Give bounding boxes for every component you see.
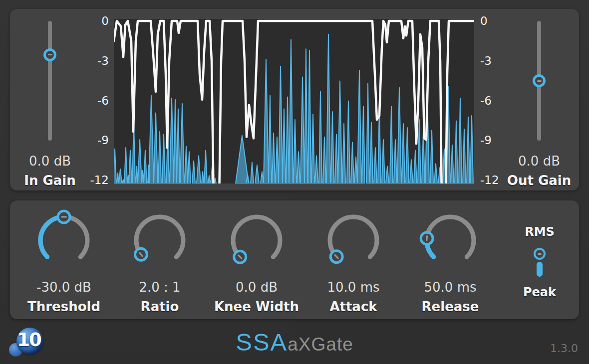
detector-toggle-track[interactable]	[537, 262, 543, 277]
release-value: 50.0 ms	[403, 280, 498, 295]
out-gain-value: 0.0 dB	[504, 154, 574, 169]
threshold-value: -30.0 dB	[16, 280, 111, 295]
out-gain-slider-handle[interactable]	[533, 74, 546, 87]
scale-tick-left-0: 0	[75, 13, 109, 28]
scale-tick-right-9: -9	[480, 133, 520, 148]
release-knob[interactable]	[418, 207, 483, 272]
scale-tick-left-3: -3	[75, 53, 109, 68]
attack-label: Attack	[306, 299, 401, 315]
scale-tick-left-9: -9	[75, 133, 109, 148]
ratio-knob[interactable]	[127, 207, 192, 272]
knee-width-value: 0.0 dB	[209, 280, 304, 295]
plugin-title: SSAaXGate	[0, 328, 589, 358]
plugin-window: 0.0 dB In Gain 0 -3 -6 -9 -12 0 -3 -6 -9…	[0, 0, 589, 364]
knee-width-knob[interactable]	[224, 207, 289, 272]
controls-panel: -30.0 dB Threshold 2.0 : 1 Ratio 0.0 dB …	[10, 200, 579, 319]
in-gain-label: In Gain	[15, 173, 85, 188]
level-meter-display	[114, 19, 474, 183]
ratio-value: 2.0 : 1	[112, 280, 207, 295]
meter-panel: 0.0 dB In Gain 0 -3 -6 -9 -12 0 -3 -6 -9…	[10, 9, 579, 190]
product-name: aXGate	[288, 334, 353, 355]
ratio-label: Ratio	[112, 299, 207, 315]
attack-value: 10.0 ms	[306, 280, 401, 295]
in-gain-slider-track[interactable]	[48, 21, 52, 141]
threshold-label: Threshold	[16, 299, 111, 315]
detector-toggle-handle[interactable]	[534, 248, 546, 260]
brand-name: SSA	[236, 328, 288, 356]
threshold-knob[interactable]	[31, 207, 96, 272]
detector-peak-label: Peak	[500, 285, 580, 300]
in-gain-slider-handle[interactable]	[43, 48, 56, 61]
attack-knob[interactable]	[321, 207, 386, 272]
scale-tick-left-6: -6	[75, 93, 109, 108]
scale-tick-right-0: 0	[480, 13, 520, 28]
release-label: Release	[403, 299, 498, 315]
scale-tick-right-3: -3	[480, 53, 520, 68]
version-label: 1.3.0	[550, 341, 578, 356]
scale-tick-left-12: -12	[75, 173, 109, 187]
knee-width-label: Knee Width	[209, 299, 304, 315]
detector-rms-label: RMS	[500, 224, 580, 239]
out-gain-label: Out Gain	[504, 173, 574, 188]
scale-tick-right-6: -6	[480, 93, 520, 108]
in-gain-value: 0.0 dB	[15, 154, 85, 169]
